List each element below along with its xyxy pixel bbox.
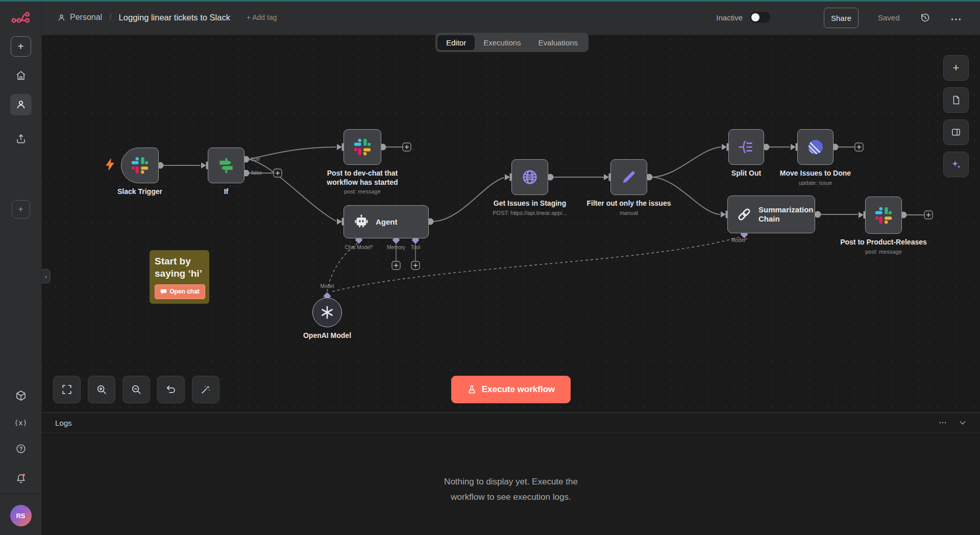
node-agent[interactable]: Agent xyxy=(344,205,429,238)
zoom-out-button[interactable] xyxy=(122,376,150,403)
ellipsis-icon[interactable] xyxy=(938,418,947,427)
node-label: Post to Product-Releases xyxy=(827,238,940,247)
history-icon[interactable] xyxy=(920,12,930,23)
flask-icon xyxy=(467,385,477,395)
zoom-to-fit-button[interactable] xyxy=(53,376,81,403)
activation-status-label: Inactive xyxy=(716,13,743,22)
node-label: Slack Trigger xyxy=(99,187,181,197)
trigger-bolt-icon xyxy=(104,159,116,171)
node-label: Move Issues to Done xyxy=(765,169,867,178)
linear-icon xyxy=(806,138,825,156)
sticky-note[interactable]: Start by saying ‘hi’ Open chat xyxy=(150,250,209,304)
document-icon xyxy=(951,95,961,105)
sidebar-item-share[interactable] xyxy=(15,133,27,144)
open-chat-button[interactable]: Open chat xyxy=(155,284,205,299)
chevron-down-icon[interactable] xyxy=(959,419,967,427)
toggle-panel-button[interactable] xyxy=(943,119,969,145)
tab-editor[interactable]: Editor xyxy=(437,35,475,50)
sidebar-item-variables[interactable]: (x) xyxy=(14,419,27,427)
slack-icon xyxy=(131,156,149,175)
user-icon xyxy=(15,99,27,110)
fit-view-icon xyxy=(61,384,72,395)
logs-empty-message: Nothing to display yet. Execute the work… xyxy=(427,474,595,505)
sidebar-item-templates[interactable] xyxy=(15,390,27,402)
sidebar-item-help[interactable]: ? xyxy=(15,443,27,454)
plus-icon: + xyxy=(18,41,24,53)
zoom-out-icon xyxy=(131,384,142,395)
more-options-icon[interactable] xyxy=(950,17,962,22)
add-tag-button[interactable]: + Add tag xyxy=(247,13,277,21)
top-bar: Personal / Logging linear tickets to Sla… xyxy=(0,0,980,35)
node-split-out[interactable]: Split Out xyxy=(728,129,764,165)
expand-panel-handle[interactable]: › xyxy=(42,269,51,283)
node-if[interactable]: If xyxy=(208,148,244,183)
slack-icon xyxy=(874,206,893,225)
openai-icon xyxy=(320,305,334,320)
node-post-dev-chat[interactable]: Post to dev-chat that workflow has start… xyxy=(344,129,381,165)
sticky-note-title: Start by saying ‘hi’ xyxy=(155,255,204,280)
sidebar-item-notifications[interactable] xyxy=(15,473,27,484)
node-label: Filter out only the issues xyxy=(575,199,682,208)
execute-workflow-button[interactable]: Execute workflow xyxy=(451,376,571,403)
tidy-up-button[interactable] xyxy=(192,376,219,403)
node-subtitle: manual xyxy=(575,210,682,217)
node-subtitle: POST: https://api.linear.app/... xyxy=(476,210,583,217)
add-node-panel-button[interactable]: + xyxy=(943,55,969,81)
chevron-right-icon: › xyxy=(45,273,47,280)
breadcrumb-project[interactable]: Personal xyxy=(70,13,102,22)
share-button[interactable]: Share xyxy=(824,8,859,28)
user-avatar[interactable]: RS xyxy=(10,505,32,526)
bell-icon xyxy=(15,473,27,484)
tab-evaluations[interactable]: Evaluations xyxy=(530,35,587,50)
avatar-initials: RS xyxy=(16,512,25,520)
sidebar-divider xyxy=(0,494,41,494)
sticky-note-add-button[interactable] xyxy=(943,87,969,113)
ai-assistant-button[interactable] xyxy=(943,152,969,177)
breadcrumb: Personal / Logging linear tickets to Sla… xyxy=(57,0,277,35)
tab-executions[interactable]: Executions xyxy=(475,35,529,50)
variables-icon: (x) xyxy=(14,419,27,427)
open-chat-label: Open chat xyxy=(169,288,200,295)
workflow-title[interactable]: Logging linear tickets to Slack xyxy=(119,13,230,22)
breadcrumb-separator: / xyxy=(109,13,111,22)
node-get-issues-staging[interactable]: Get Issues in Staging POST: https://api.… xyxy=(511,159,548,195)
node-subtitle: update: issue xyxy=(765,180,867,187)
openai-model-connector-label: Model xyxy=(302,283,353,289)
node-label: Get Issues in Staging xyxy=(476,199,583,208)
logs-title: Logs xyxy=(55,419,72,427)
node-label: If xyxy=(201,187,252,197)
node-summarization-chain[interactable]: Summarization Chain xyxy=(727,196,815,233)
node-slack-trigger[interactable]: Slack Trigger xyxy=(121,148,159,183)
undo-button[interactable] xyxy=(157,376,185,403)
if-signpost-icon xyxy=(216,156,236,175)
zoom-in-button[interactable] xyxy=(88,376,115,403)
node-filter-issues[interactable]: Filter out only the issues manual xyxy=(610,159,647,195)
view-tabs: Editor Executions Evaluations xyxy=(435,33,589,52)
create-workflow-button[interactable]: + xyxy=(11,36,31,57)
layout-columns-icon xyxy=(951,127,961,137)
zoom-in-icon xyxy=(96,384,107,395)
sparkles-icon xyxy=(950,159,962,170)
slack-icon xyxy=(353,138,372,156)
sidebar-item-personal[interactable] xyxy=(10,94,32,115)
n8n-workflow-editor: Slack Trigger If true false xyxy=(0,0,980,535)
execute-workflow-label: Execute workflow xyxy=(482,384,555,395)
chain-icon xyxy=(736,206,752,223)
node-move-issues-done[interactable]: Move Issues to Done update: issue xyxy=(797,129,834,165)
logs-header[interactable]: Logs xyxy=(42,413,980,433)
undo-icon xyxy=(165,384,177,395)
summarization-model-label: Model* xyxy=(714,237,765,243)
top-accent-strip xyxy=(0,0,980,2)
sidebar-item-home[interactable] xyxy=(15,70,27,81)
node-openai-model[interactable]: OpenAI Model xyxy=(312,298,342,327)
magic-wand-icon xyxy=(200,384,211,395)
node-subtitle: post: message xyxy=(827,249,940,256)
robot-icon xyxy=(353,214,370,230)
chat-bubble-icon xyxy=(160,288,167,295)
agent-tool-label: Tool xyxy=(390,245,441,250)
n8n-logo[interactable] xyxy=(11,9,31,26)
node-post-product-releases[interactable]: Post to Product-Releases post: message xyxy=(865,197,902,234)
activation-toggle[interactable] xyxy=(750,12,770,23)
add-project-button[interactable]: + xyxy=(12,200,30,218)
if-output-false-label: false xyxy=(251,170,262,176)
